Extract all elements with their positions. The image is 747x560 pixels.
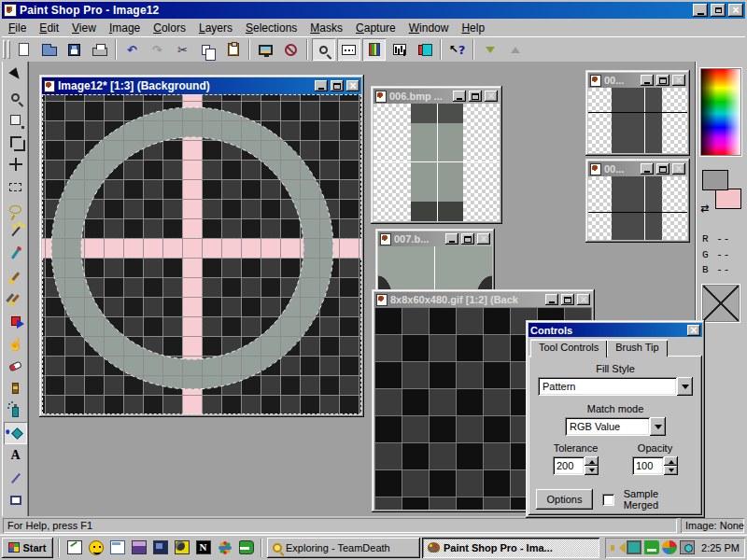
cut-button[interactable]: ✂ (171, 38, 194, 61)
minimize-icon[interactable] (693, 4, 708, 17)
task-button-exploring[interactable]: Exploring - TeamDeath (267, 538, 420, 558)
quicklaunch-netscape-icon[interactable]: N (193, 539, 213, 557)
display-settings-icon[interactable] (627, 540, 641, 554)
print-button[interactable] (88, 38, 111, 61)
full-screen-preview-button[interactable] (254, 38, 277, 61)
sample-merged-checkbox[interactable] (602, 494, 614, 506)
tool-flood-fill[interactable] (4, 422, 27, 444)
quicklaunch-globe-icon[interactable] (172, 539, 191, 557)
new-button[interactable] (12, 38, 35, 61)
menu-colors[interactable]: Colors (147, 20, 192, 36)
small-bottom-canvas[interactable] (588, 176, 687, 240)
minimize-icon[interactable] (641, 75, 654, 86)
tool-zoom[interactable] (4, 86, 27, 108)
8x8gif-titlebar[interactable]: 8x8x60x480.gif [1:2] (Back × (374, 292, 592, 307)
tool-palette-toggle-button[interactable] (362, 38, 386, 61)
tray-book-icon[interactable] (644, 540, 659, 554)
tool-magic-wand[interactable] (4, 220, 27, 243)
layer-palette-button[interactable] (413, 38, 436, 61)
image12-titlebar[interactable]: Image12* [1:3] (Background) × (42, 77, 361, 94)
opacity-value[interactable]: 100 (632, 456, 664, 475)
tool-deformation[interactable] (4, 108, 27, 131)
quicklaunch-book-icon[interactable] (236, 539, 256, 557)
paste-button[interactable] (221, 38, 245, 61)
small-bottom-titlebar[interactable]: 00... × (588, 161, 687, 176)
menu-masks[interactable]: Masks (303, 20, 349, 36)
maximize-icon[interactable] (656, 163, 669, 175)
color-spectrum-picker[interactable] (701, 69, 740, 155)
image12-canvas-area[interactable] (42, 94, 361, 414)
quicklaunch-paint-icon[interactable] (64, 539, 84, 557)
tool-shape[interactable] (4, 489, 27, 511)
controls-titlebar[interactable]: Controls × (529, 323, 702, 337)
tray-flower-icon[interactable] (662, 540, 677, 554)
tab-tool-controls[interactable]: Tool Controls (530, 339, 607, 357)
background-color-swatch[interactable] (715, 189, 741, 209)
close-icon[interactable]: × (477, 233, 490, 245)
close-icon[interactable]: × (728, 4, 743, 17)
small-top-titlebar[interactable]: 00... × (588, 73, 687, 88)
browse-button[interactable] (279, 38, 303, 61)
quicklaunch-image-icon[interactable] (129, 539, 148, 557)
007-titlebar[interactable]: 007.b... × (378, 231, 492, 246)
minimize-icon[interactable] (445, 233, 458, 245)
tool-arrow[interactable] (4, 63, 27, 86)
close-icon[interactable]: × (687, 325, 700, 336)
tool-freehand[interactable] (4, 198, 27, 220)
minimize-icon[interactable] (315, 80, 328, 91)
tool-eraser[interactable] (4, 355, 27, 377)
menu-help[interactable]: Help (455, 20, 491, 36)
volume-icon[interactable] (609, 540, 624, 554)
tray-camera-icon[interactable] (680, 540, 695, 554)
tool-line[interactable] (4, 467, 27, 489)
spin-down-icon[interactable] (585, 466, 599, 475)
tool-color-replacer[interactable] (4, 310, 27, 332)
menu-view[interactable]: View (65, 20, 103, 36)
dropdown-arrow-icon[interactable] (677, 377, 693, 396)
open-button[interactable] (37, 38, 61, 61)
minimize-icon[interactable] (453, 91, 466, 102)
quicklaunch-photo-icon[interactable] (150, 539, 170, 557)
swap-colors-icon[interactable]: ⇄ (700, 203, 709, 214)
move-down-button[interactable] (478, 38, 501, 61)
foreground-color-swatch[interactable] (702, 170, 728, 190)
style-pattern-preview[interactable] (703, 286, 739, 321)
options-button[interactable]: Options (536, 489, 593, 510)
maximize-icon[interactable] (469, 91, 482, 102)
tolerance-value[interactable]: 200 (553, 456, 585, 475)
context-help-button[interactable]: ↖? (445, 38, 469, 61)
spin-down-icon[interactable] (664, 466, 678, 475)
006bmp-canvas[interactable] (374, 104, 500, 221)
maximize-icon[interactable] (656, 75, 669, 86)
quicklaunch-folder-icon[interactable] (107, 539, 127, 557)
start-button[interactable]: Start (2, 538, 53, 558)
toolbar-drag-handle[interactable] (3, 40, 6, 59)
maximize-icon[interactable] (461, 233, 474, 245)
tool-clone-brush[interactable] (4, 287, 27, 310)
tool-paintbrush[interactable] (4, 265, 27, 287)
zoom-toggle-button[interactable] (312, 38, 335, 61)
close-icon[interactable]: × (672, 75, 685, 86)
tool-picture-tube[interactable] (4, 377, 27, 399)
task-button-paint-shop-pro[interactable]: Paint Shop Pro - Ima... (422, 538, 599, 558)
restore-icon[interactable] (711, 4, 726, 17)
006bmp-titlebar[interactable]: 006.bmp ... × (374, 89, 500, 104)
tool-crop[interactable] (4, 131, 27, 153)
maximize-icon[interactable] (331, 80, 344, 91)
normal-viewing-button[interactable] (337, 38, 360, 61)
move-up-button[interactable] (503, 38, 527, 61)
tool-airbrush[interactable] (4, 399, 27, 422)
minimize-icon[interactable] (545, 294, 558, 305)
tool-retouch[interactable]: ☝ (4, 332, 27, 355)
menu-selections[interactable]: Selections (239, 20, 303, 36)
menu-window[interactable]: Window (402, 20, 456, 36)
maximize-icon[interactable] (561, 294, 574, 305)
minimize-icon[interactable] (641, 163, 654, 175)
opacity-spinner[interactable]: 100 (632, 456, 678, 475)
copy-button[interactable] (196, 38, 219, 61)
dropdown-arrow-icon[interactable] (650, 417, 666, 436)
menu-capture[interactable]: Capture (349, 20, 402, 36)
histogram-button[interactable] (388, 38, 411, 61)
save-button[interactable] (63, 38, 86, 61)
image12-canvas[interactable] (42, 94, 361, 414)
